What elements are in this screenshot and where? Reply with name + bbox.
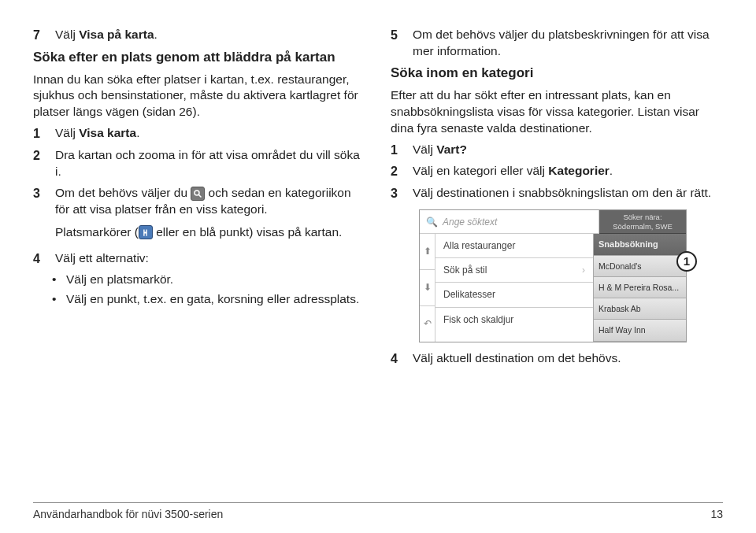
step-number: 4 [33,250,44,268]
svg-line-1 [199,194,202,197]
callout-badge: 1 [676,251,697,272]
bold-text: Kategorier [548,164,610,177]
step-number: 1 [33,125,44,143]
text: Om det behövs väljer du platsbeskrivning… [413,27,723,60]
search-icon [191,187,205,201]
text: eller en blå punkt) visas på kartan. [153,225,342,239]
text: Välj [55,28,79,41]
bullet: • [52,272,58,288]
bold-text: Vart? [436,143,467,156]
step-5: 5 Om det behövs väljer du platsbeskrivni… [391,27,723,60]
text: Välj [55,126,79,139]
text: Välj destinationen i snabbsökningslistan… [413,185,723,202]
search-placeholder: Ange söktext [443,216,497,228]
step-number: 3 [391,185,402,202]
scroll-arrows: ⬆ ⬇ ↶ [420,234,435,342]
text: Välj en platsmarkör. [66,272,173,288]
bold-text: Visa på karta [79,28,154,41]
page-footer: Användarhandbok för nüvi 3500-serien 13 [33,502,723,520]
step-2: 2 Dra kartan och zooma in för att visa o… [33,147,365,180]
list-item[interactable]: Fisk och skaldjur [435,308,593,331]
step-3: 3 Välj destinationen i snabbsökningslist… [391,185,723,202]
section-heading: Söka inom en kategori [391,65,723,83]
device-screenshot: 🔍 Ange söktext Söker nära: Södermalm, SW… [419,209,687,342]
text: Dra kartan och zooma in för att visa omr… [55,147,365,180]
step-4: 4 Välj aktuell destination om det behövs… [391,350,723,368]
text: Välj aktuell destination om det behövs. [413,350,723,368]
near-label: Söker nära: [601,213,684,221]
bullet-item: • Välj en platsmarkör. [52,272,365,288]
text: Om det behövs väljer du [55,186,191,199]
search-icon: 🔍 [426,216,438,228]
step-1: 1 Välj Visa karta. [33,125,365,143]
step-number: 4 [391,350,402,368]
marker-icon [139,225,153,239]
intro-text: Innan du kan söka efter platser i kartan… [33,72,365,121]
section-heading: Söka efter en plats genom att bläddra på… [33,49,365,67]
step-number: 3 [33,185,44,246]
arrow-down-icon[interactable]: ⬇ [420,270,435,306]
step-2: 2 Välj en kategori eller välj Kategorier… [391,163,723,180]
step-number: 1 [391,142,402,159]
step-number: 5 [391,27,402,60]
step-number: 7 [33,27,44,44]
text: . [136,126,139,139]
quick-item[interactable]: Half Way Inn [594,320,686,341]
list-item[interactable]: Delikatesser [435,283,593,307]
intro-text: Efter att du har sökt efter en intressan… [391,87,723,137]
search-input[interactable]: 🔍 Ange söktext [420,210,599,234]
near-value: Södermalm, SWE [601,222,684,231]
left-column: 7 Välj Visa på karta. Söka efter en plat… [33,22,365,372]
text: Platsmarkörer ( [55,225,139,239]
text: Välj en punkt, t.ex. en gata, korsning e… [66,291,359,308]
bullet-item: • Välj en punkt, t.ex. en gata, korsning… [52,291,365,308]
step-3: 3 Om det behövs väljer du och sedan en k… [33,185,365,246]
text: . [154,28,158,41]
list-item[interactable]: Alla restauranger [435,234,593,258]
step-7: 7 Välj Visa på karta. [33,27,365,44]
right-column: 5 Om det behövs väljer du platsbeskrivni… [391,22,723,372]
arrow-up-icon[interactable]: ⬆ [420,234,435,270]
text: . [610,164,613,177]
page-number: 13 [710,508,723,520]
footer-title: Användarhandbok för nüvi 3500-serien [33,508,223,520]
svg-point-0 [195,191,199,195]
near-panel[interactable]: Söker nära: Södermalm, SWE [599,210,686,234]
quick-item[interactable]: Krabask Ab [594,298,686,320]
text: Välj ett alternativ: [55,250,365,268]
step-number: 2 [391,163,402,180]
bold-text: Visa karta [79,126,136,139]
step-number: 2 [33,147,44,180]
bullet: • [52,291,58,308]
text: Välj en kategori eller välj [413,164,548,177]
back-icon[interactable]: ↶ [420,306,435,342]
chevron-right-icon: › [582,264,585,276]
step-4: 4 Välj ett alternativ: [33,250,365,268]
text: Välj [413,143,436,156]
quick-search-panel: Snabbsökning McDonald's H & M Pereira Ro… [593,234,686,342]
list-item[interactable]: Sök på stil› [435,258,593,283]
category-list: Alla restauranger Sök på stil› Delikates… [435,234,593,342]
quick-item[interactable]: McDonald's [594,256,686,277]
quick-item[interactable]: H & M Pereira Rosa... [594,277,686,298]
step-1: 1 Välj Vart? [391,142,723,159]
quick-search-header: Snabbsökning [594,234,686,256]
